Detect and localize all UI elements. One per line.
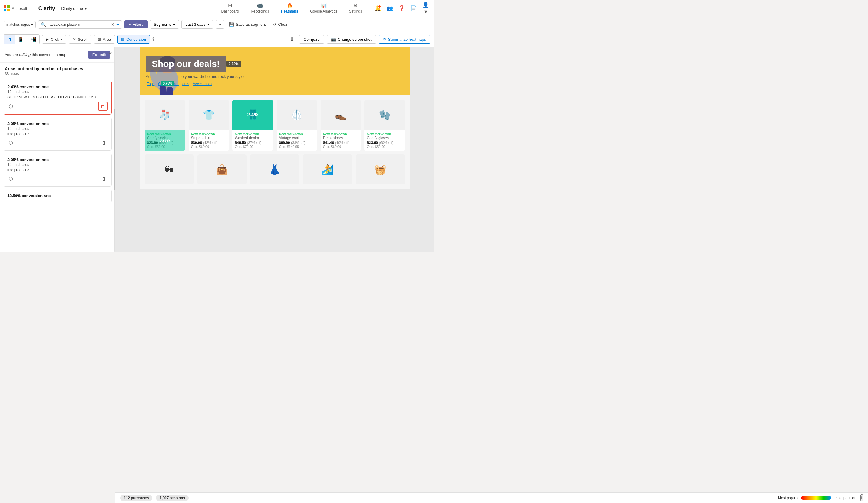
product-card-1[interactable]: 🧦 0.78% New Markdown Comfy socks $23.60 … [145,100,185,151]
filters-button[interactable]: ≡ Filters [124,20,147,29]
nav-divider-1 [35,4,35,13]
exit-edit-button[interactable]: Exit edit [88,51,110,59]
desktop-view-button[interactable]: 🖥 [4,35,15,44]
area-3-delete-button[interactable]: 🗑 [101,175,108,183]
profile-switch-button[interactable]: 👥 [385,3,394,13]
tablet-view-button[interactable]: 📱 [15,35,27,44]
banner-link-oms[interactable]: oms [181,81,190,87]
click-tool-button[interactable]: ▶ Click ▾ [42,35,66,44]
product-card-4[interactable]: 🥼 New Markdown Vintage coat $99.99 (33% … [277,100,317,151]
more-label: » [219,22,221,27]
document-button[interactable]: 📄 [409,3,418,13]
clear-filter-button[interactable]: ↺ Clear [270,20,290,29]
conversion-tool-button[interactable]: ⊞ Conversion [117,35,150,44]
banner-link-coats[interactable]: Coats & Ja... [157,81,180,87]
click-icon: ▶ [46,37,49,42]
product-2-price: $39.90 (42% off) [191,141,227,145]
help-button[interactable]: ❓ [397,3,406,13]
product-card-r2-2[interactable]: 👜 [197,154,247,184]
mobile-view-button[interactable]: 📲 [27,35,39,44]
product-6-orig: Orig. $59.00 [367,145,403,148]
nav-actions: 🔔 👥 ❓ 📄 👤 ▾ [373,3,431,13]
area-3-copy-button[interactable]: ⬡ [8,175,14,183]
tab-dashboard[interactable]: ⊞ Dashboard [215,0,245,17]
product-5-img: 👞 [321,100,361,130]
settings-icon: ⚙ [353,3,358,8]
url-input-wrap[interactable]: 🔍 ✕ + [38,20,122,29]
product-3-price: $49.50 (37% off) [235,141,270,145]
product-r2-2-img: 👜 [197,154,247,184]
clear-icon: ↺ [273,22,276,27]
project-selector[interactable]: Clarity demo ▾ [59,5,89,12]
banner-text-area: Shop our deals! 0.38% Add new essentials… [140,50,410,93]
view-mode-toggle: 🖥 📱 📲 [3,34,40,44]
area-1-label: SHOP NEW BEST SELLERS COLLABS BUNDLES AC… [8,95,108,99]
product-5-name: Dress shoes [323,136,359,140]
area-2-label: img product 2 [8,132,108,136]
notifications-button[interactable]: 🔔 [373,3,382,13]
add-url-button[interactable]: + [116,22,119,27]
compare-button[interactable]: Compare [299,35,324,44]
area-2-copy-button[interactable]: ⬡ [8,138,14,147]
product-card-3[interactable]: 👖 2.4% New Markdown Washed denim $49.50 … [232,100,273,151]
sidebar-list: 2.43% conversion rate 10 purchases SHOP … [0,78,115,252]
url-input[interactable] [48,22,110,27]
toolbar-info-icon[interactable]: ℹ [152,37,154,42]
save-segment-icon: 💾 [229,22,234,27]
product-4-badge: New Markdown [279,132,314,136]
banner-link-tops[interactable]: Tops [146,81,156,87]
compare-label: Compare [303,37,319,42]
product-card-r2-3[interactable]: 👗 [250,154,299,184]
area-1-copy-button[interactable]: ⬡ [8,102,14,110]
segments-button[interactable]: Segments ▾ [150,20,179,29]
summarize-icon: ↻ [383,37,386,42]
products-grid-row2: 🕶 👜 👗 🏄 🧺 [145,154,405,184]
area-card-1[interactable]: 2.43% conversion rate 10 purchases SHOP … [3,81,112,115]
area-2-delete-button[interactable]: 🗑 [101,139,108,147]
tab-recordings[interactable]: 📹 Recordings [245,0,275,17]
more-filters-button[interactable]: » [216,20,224,29]
scroll-icon: ✕ [73,37,76,42]
product-card-6[interactable]: 🧤 New Markdown Comfy gloves $23.60 (60% … [364,100,405,151]
product-card-r2-1[interactable]: 🕶 [145,154,194,184]
sidebar-scrollbar-thumb [114,109,115,191]
screenshot-button[interactable]: 📷 Change screenshot [327,35,376,44]
save-segment-button[interactable]: 💾 Save as segment [227,20,268,29]
product-1-img: 🧦 [145,100,185,130]
area-1-conversion: 2.43% conversion rate [8,85,108,89]
product-card-r2-5[interactable]: 🧺 [356,154,405,184]
account-button[interactable]: 👤 ▾ [421,3,431,13]
product-4-orig: Orig. $149.95 [279,145,314,148]
product-card-2[interactable]: 👕 New Markdown Stripe t-shirt $39.90 (42… [189,100,229,151]
screenshot-label: Change screenshot [338,37,372,42]
area-tool-button[interactable]: ⊟ Area [94,35,115,44]
product-card-r2-4[interactable]: 🏄 [303,154,352,184]
product-6-img: 🧤 [364,100,405,130]
product-6-info: New Markdown Comfy gloves $23.60 (60% of… [364,130,405,151]
scroll-tool-button[interactable]: ✕ Scroll [69,35,92,44]
banner-title: Shop our deals! [152,59,220,69]
download-button[interactable]: ⬇ [287,35,297,44]
clear-url-button[interactable]: ✕ [111,22,115,27]
banner-link-accessories[interactable]: Accessories [192,81,214,87]
tab-settings[interactable]: ⚙ Settings [343,0,368,17]
area-card-4[interactable]: 12.50% conversion rate [3,189,112,203]
summarize-button[interactable]: ↻ Summarize heatmaps [379,35,431,44]
date-range-button[interactable]: Last 3 days ▾ [182,20,213,29]
product-r2-4-img: 🏄 [303,154,352,184]
area-card-2[interactable]: 2.05% conversion rate 10 purchases img p… [3,117,112,151]
tab-heatmaps[interactable]: 🔥 Heatmaps [275,0,304,17]
recordings-icon: 📹 [257,3,263,8]
area-1-delete-button[interactable]: 🗑 [98,102,108,111]
product-card-5[interactable]: 👞 New Markdown Dress shoes $41.40 (40% o… [321,100,361,151]
product-5-price: $41.40 (40% off) [323,141,359,145]
heatmap-area[interactable]: Shop our deals! 0.38% Add new essentials… [115,47,434,252]
sidebar-collapse-button[interactable]: « [109,51,112,55]
product-3-badge: New Markdown [235,132,270,136]
regex-dropdown[interactable]: matches regex ▾ [3,21,36,28]
product-1-price: $23.60 (60% off) [147,141,183,145]
tab-google-analytics[interactable]: 📊 Google Analytics [304,0,343,17]
area-2-conversion: 2.05% conversion rate [8,122,108,126]
area-card-3[interactable]: 2.05% conversion rate 10 purchases img p… [3,154,112,187]
product-5-orig: Orig. $69.00 [323,145,359,148]
